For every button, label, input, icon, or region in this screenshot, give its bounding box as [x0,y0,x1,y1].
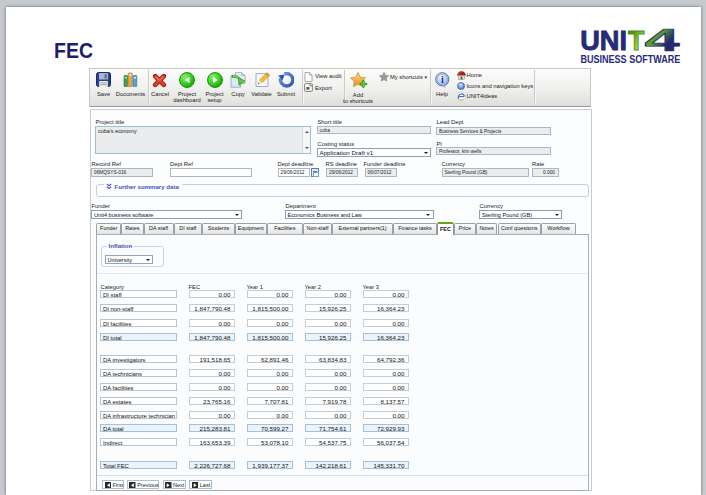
svg-text:4: 4 [645,22,680,58]
svg-text:T: T [628,24,645,56]
svg-text:UNI: UNI [580,24,627,56]
svg-text:i: i [441,73,444,84]
svg-text:BUSINESS SOFTWARE: BUSINESS SOFTWARE [580,54,680,65]
svg-text:?: ? [460,83,463,89]
